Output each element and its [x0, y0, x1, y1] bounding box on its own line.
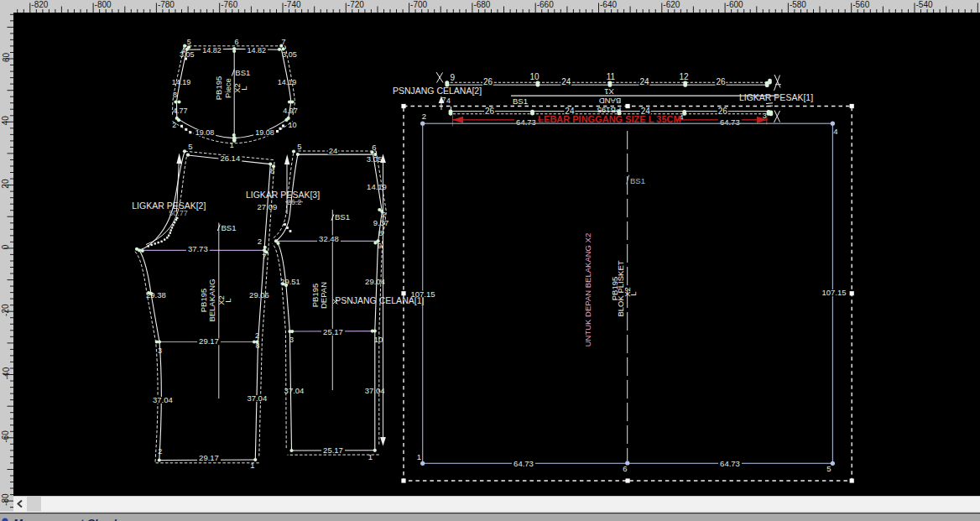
svg-text:BS1: BS1	[513, 96, 528, 106]
svg-text:6: 6	[623, 464, 627, 473]
svg-text:PSNJANG CELANA[2]: PSNJANG CELANA[2]	[393, 86, 482, 96]
svg-text:64.73: 64.73	[513, 459, 534, 468]
svg-text:L: L	[239, 86, 248, 90]
svg-text:25.17: 25.17	[323, 445, 343, 455]
svg-text:-780: -780	[158, 0, 175, 9]
svg-text:L: L	[223, 298, 232, 302]
svg-text:5: 5	[826, 464, 831, 473]
svg-text:19.08: 19.08	[195, 128, 215, 137]
svg-text:6: 6	[234, 38, 238, 46]
svg-text:10: 10	[288, 121, 296, 129]
svg-text:4.97: 4.97	[283, 107, 298, 115]
svg-text:26: 26	[483, 77, 493, 86]
svg-text:29.38: 29.38	[146, 290, 166, 300]
svg-text:PB195: PB195	[214, 76, 223, 101]
svg-text:-620: -620	[663, 0, 680, 9]
svg-text:LIGKAR PESAK[1]: LIGKAR PESAK[1]	[739, 92, 813, 102]
svg-text:UNTUK DEPAN BELAKANG X2: UNTUK DEPAN BELAKANG X2	[583, 233, 592, 347]
svg-text:-560: -560	[852, 0, 869, 9]
svg-text:2: 2	[382, 211, 386, 219]
svg-text:1: 1	[368, 452, 373, 461]
svg-text:64.73: 64.73	[720, 459, 740, 468]
svg-text:20: 20	[2, 179, 11, 189]
svg-text:5: 5	[188, 142, 192, 151]
svg-text:5: 5	[187, 38, 191, 46]
svg-text:BS1: BS1	[235, 68, 250, 77]
svg-text:2: 2	[158, 447, 162, 456]
svg-text:-80: -80	[2, 493, 11, 506]
svg-text:29.17: 29.17	[199, 453, 219, 462]
svg-text:BS1: BS1	[222, 223, 237, 232]
svg-text:14.82: 14.82	[248, 46, 267, 55]
svg-text:-600: -600	[727, 0, 743, 9]
svg-text:2: 2	[255, 331, 259, 340]
svg-text:LIGKAR PESAK[3]: LIGKAR PESAK[3]	[246, 190, 320, 200]
svg-text:-40: -40	[2, 367, 11, 379]
svg-text:-720: -720	[347, 0, 364, 9]
svg-text:8: 8	[378, 229, 383, 237]
svg-text:9: 9	[378, 242, 382, 250]
svg-text:32.48: 32.48	[319, 234, 339, 243]
svg-text:1: 1	[250, 461, 254, 470]
svg-text:14.19: 14.19	[278, 78, 297, 86]
svg-text:3.05: 3.05	[180, 50, 195, 59]
svg-text:9.37: 9.37	[373, 218, 389, 227]
svg-text:107.15: 107.15	[821, 288, 846, 297]
svg-text:3: 3	[289, 336, 294, 344]
svg-text:BAND: BAND	[599, 96, 622, 106]
svg-text:29.51: 29.51	[280, 277, 300, 286]
svg-text:3.05: 3.05	[282, 50, 297, 59]
svg-text:2: 2	[422, 112, 426, 121]
svg-text:-740: -740	[284, 0, 301, 9]
svg-text:37.04: 37.04	[153, 395, 173, 404]
svg-text:-60: -60	[2, 430, 11, 443]
svg-text:24: 24	[329, 146, 338, 155]
svg-text:60: 60	[2, 53, 11, 63]
svg-text:9: 9	[450, 73, 455, 82]
svg-text:L: L	[628, 291, 638, 295]
svg-text:14.19: 14.19	[367, 182, 387, 191]
svg-text:3: 3	[173, 91, 177, 99]
svg-text:BS1: BS1	[630, 176, 645, 185]
svg-text:-580: -580	[790, 0, 806, 9]
svg-text:26: 26	[485, 107, 495, 116]
svg-text:12: 12	[679, 72, 689, 81]
svg-text:26: 26	[718, 107, 728, 116]
svg-text:64.73: 64.73	[720, 117, 740, 127]
svg-text:40: 40	[2, 116, 11, 126]
svg-text:37.73: 37.73	[188, 244, 208, 253]
svg-text:1: 1	[417, 452, 421, 461]
svg-text:27.09: 27.09	[258, 202, 278, 211]
svg-text:14.19: 14.19	[172, 78, 191, 86]
svg-text:-680: -680	[473, 0, 490, 9]
svg-text:26: 26	[716, 77, 726, 86]
svg-text:11: 11	[607, 72, 616, 81]
svg-text:4: 4	[446, 96, 451, 105]
svg-text:4.77: 4.77	[173, 107, 188, 115]
svg-text:25.17: 25.17	[323, 327, 343, 336]
svg-text:3.05: 3.05	[367, 154, 383, 164]
svg-text:X1: X1	[604, 87, 614, 96]
svg-text:8: 8	[255, 341, 259, 350]
svg-text:Measurement Check: Measurement Check	[13, 517, 120, 521]
svg-text:24: 24	[561, 77, 571, 86]
svg-text:LEBAR PINGGANG SIZE L 35CM: LEBAR PINGGANG SIZE L 35CM	[538, 114, 680, 124]
svg-text:7: 7	[282, 38, 286, 46]
svg-text:29.06: 29.06	[249, 290, 269, 300]
svg-text:6: 6	[372, 143, 376, 152]
svg-text:2: 2	[258, 237, 262, 246]
svg-text:2: 2	[172, 121, 176, 129]
svg-text:-660: -660	[537, 0, 554, 9]
svg-text:7: 7	[262, 252, 266, 261]
svg-text:50.77: 50.77	[169, 209, 188, 217]
svg-text:1: 1	[230, 141, 234, 149]
svg-text:37.04: 37.04	[365, 386, 385, 395]
svg-text:-640: -640	[600, 0, 617, 9]
svg-text:-760: -760	[221, 0, 237, 9]
svg-text:BELAKANG: BELAKANG	[207, 279, 216, 321]
svg-text:19.08: 19.08	[255, 128, 274, 137]
svg-text:DEPAN: DEPAN	[319, 282, 328, 309]
svg-text:BS1: BS1	[335, 212, 350, 221]
svg-text:37.04: 37.04	[284, 386, 305, 395]
svg-text:5: 5	[297, 142, 301, 151]
